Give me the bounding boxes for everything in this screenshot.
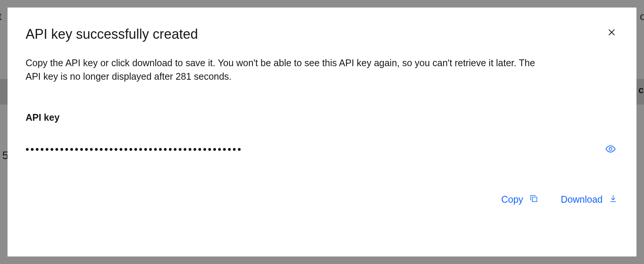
modal-actions: Copy Download xyxy=(26,193,618,207)
svg-rect-3 xyxy=(532,197,537,202)
eye-icon xyxy=(605,143,616,156)
modal-description: Copy the API key or click download to sa… xyxy=(26,56,552,83)
download-icon xyxy=(609,194,618,205)
modal-header: API key successfully created xyxy=(26,26,618,42)
copy-icon xyxy=(529,194,538,205)
background-fragment: or xyxy=(640,11,644,23)
close-icon xyxy=(607,28,616,38)
api-key-label: API key xyxy=(26,112,618,123)
close-button[interactable] xyxy=(605,26,618,40)
download-button-label: Download xyxy=(561,194,603,205)
api-key-created-modal: API key successfully created Copy the AP… xyxy=(8,8,636,256)
background-fragment: it xyxy=(0,11,2,23)
api-key-row: ••••••••••••••••••••••••••••••••••••••••… xyxy=(26,141,618,158)
api-key-masked-value: ••••••••••••••••••••••••••••••••••••••••… xyxy=(26,144,243,154)
background-fragment: cre xyxy=(638,84,644,96)
reveal-key-button[interactable] xyxy=(603,141,618,158)
copy-button[interactable]: Copy xyxy=(500,193,539,207)
copy-button-label: Copy xyxy=(501,194,523,205)
download-button[interactable]: Download xyxy=(560,193,618,207)
svg-point-2 xyxy=(609,147,612,150)
modal-title: API key successfully created xyxy=(26,26,198,42)
